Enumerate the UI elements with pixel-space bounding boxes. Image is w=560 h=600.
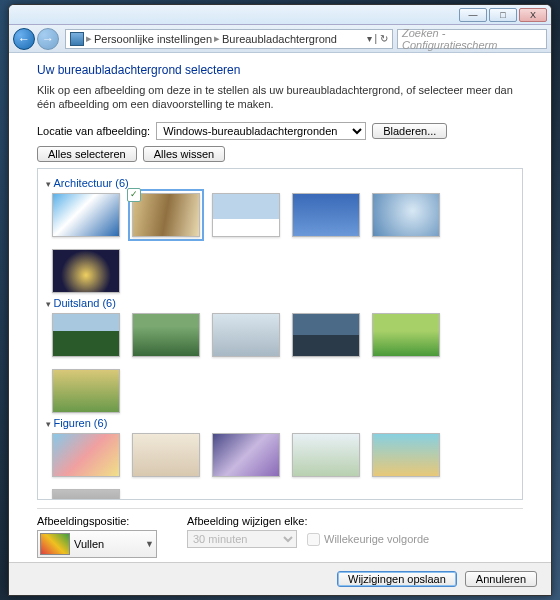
wallpaper-thumbnail[interactable] bbox=[212, 313, 280, 357]
position-select[interactable]: Vullen ▼ bbox=[37, 530, 157, 558]
shuffle-checkbox[interactable]: Willekeurige volgorde bbox=[307, 533, 429, 546]
position-column: Afbeeldingspositie: Vullen ▼ bbox=[37, 515, 157, 558]
wallpaper-gallery[interactable]: Architectuur (6)Duitsland (6)Figuren (6) bbox=[37, 168, 523, 500]
thumbnail-row bbox=[46, 433, 514, 500]
location-select[interactable]: Windows-bureaubladachtergronden bbox=[156, 122, 366, 140]
wallpaper-thumbnail[interactable] bbox=[52, 369, 120, 413]
cancel-button[interactable]: Annuleren bbox=[465, 571, 537, 587]
position-preview-icon bbox=[40, 533, 70, 555]
refresh-icon[interactable]: ▾ | ↻ bbox=[367, 33, 388, 44]
category-header[interactable]: Architectuur (6) bbox=[46, 177, 514, 189]
page-subtitle: Klik op een afbeelding om deze in te ste… bbox=[37, 83, 523, 112]
maximize-button[interactable]: □ bbox=[489, 8, 517, 22]
location-label: Locatie van afbeelding: bbox=[37, 125, 150, 137]
control-panel-icon bbox=[70, 32, 84, 46]
dialog-footer: Wijzigingen opslaan Annuleren bbox=[9, 562, 551, 595]
wallpaper-thumbnail[interactable] bbox=[52, 249, 120, 293]
wallpaper-thumbnail[interactable] bbox=[372, 313, 440, 357]
interval-select[interactable]: 30 minuten bbox=[187, 530, 297, 548]
wallpaper-thumbnail[interactable] bbox=[132, 313, 200, 357]
wallpaper-thumbnail[interactable] bbox=[292, 433, 360, 477]
personalization-window: — □ X ← → ▸ Persoonlijke instellingen ▸ … bbox=[8, 4, 552, 596]
close-button[interactable]: X bbox=[519, 8, 547, 22]
minimize-button[interactable]: — bbox=[459, 8, 487, 22]
wallpaper-thumbnail[interactable] bbox=[52, 433, 120, 477]
thumbnail-row bbox=[46, 193, 514, 293]
clear-all-button[interactable]: Alles wissen bbox=[143, 146, 226, 162]
category-group: Figuren (6) bbox=[46, 417, 514, 500]
chevron-down-icon: ▼ bbox=[145, 539, 154, 549]
breadcrumb-sep-icon: ▸ bbox=[214, 32, 220, 45]
wallpaper-thumbnail[interactable] bbox=[52, 489, 120, 500]
search-input[interactable]: Zoeken - Configuratiescherm bbox=[397, 29, 547, 49]
save-changes-button[interactable]: Wijzigingen opslaan bbox=[337, 571, 457, 587]
content-pane: Uw bureaubladachtergrond selecteren Klik… bbox=[9, 53, 551, 562]
category-group: Duitsland (6) bbox=[46, 297, 514, 413]
position-value: Vullen bbox=[74, 538, 104, 550]
wallpaper-thumbnail[interactable] bbox=[52, 313, 120, 357]
location-row: Locatie van afbeelding: Windows-bureaubl… bbox=[37, 122, 523, 140]
shuffle-checkbox-input[interactable] bbox=[307, 533, 320, 546]
wallpaper-thumbnail[interactable] bbox=[132, 193, 200, 237]
category-header[interactable]: Figuren (6) bbox=[46, 417, 514, 429]
wallpaper-thumbnail[interactable] bbox=[372, 433, 440, 477]
selection-buttons-row: Alles selecteren Alles wissen bbox=[37, 146, 523, 162]
select-all-button[interactable]: Alles selecteren bbox=[37, 146, 137, 162]
window-titlebar: — □ X bbox=[9, 5, 551, 25]
wallpaper-thumbnail[interactable] bbox=[292, 193, 360, 237]
shuffle-label: Willekeurige volgorde bbox=[324, 533, 429, 545]
wallpaper-thumbnail[interactable] bbox=[212, 433, 280, 477]
category-group: Architectuur (6) bbox=[46, 177, 514, 293]
breadcrumb-item-current[interactable]: Bureaubladachtergrond bbox=[222, 33, 337, 45]
nav-forward-button[interactable]: → bbox=[37, 28, 59, 50]
page-title: Uw bureaubladachtergrond selecteren bbox=[37, 63, 523, 77]
breadcrumb-sep-icon: ▸ bbox=[86, 32, 92, 45]
wallpaper-thumbnail[interactable] bbox=[292, 313, 360, 357]
breadcrumb-item[interactable]: Persoonlijke instellingen bbox=[94, 33, 212, 45]
wallpaper-thumbnail[interactable] bbox=[212, 193, 280, 237]
nav-back-button[interactable]: ← bbox=[13, 28, 35, 50]
bottom-panel: Afbeeldingspositie: Vullen ▼ Afbeelding … bbox=[37, 508, 523, 558]
position-label: Afbeeldingspositie: bbox=[37, 515, 157, 527]
browse-button[interactable]: Bladeren... bbox=[372, 123, 447, 139]
change-interval-label: Afbeelding wijzigen elke: bbox=[187, 515, 429, 527]
breadcrumb-bar[interactable]: ▸ Persoonlijke instellingen ▸ Bureaublad… bbox=[65, 29, 393, 49]
thumbnail-row bbox=[46, 313, 514, 413]
wallpaper-thumbnail[interactable] bbox=[52, 193, 120, 237]
category-header[interactable]: Duitsland (6) bbox=[46, 297, 514, 309]
wallpaper-thumbnail[interactable] bbox=[372, 193, 440, 237]
explorer-navbar: ← → ▸ Persoonlijke instellingen ▸ Bureau… bbox=[9, 25, 551, 53]
wallpaper-thumbnail[interactable] bbox=[132, 433, 200, 477]
interval-column: Afbeelding wijzigen elke: 30 minuten Wil… bbox=[187, 515, 429, 558]
